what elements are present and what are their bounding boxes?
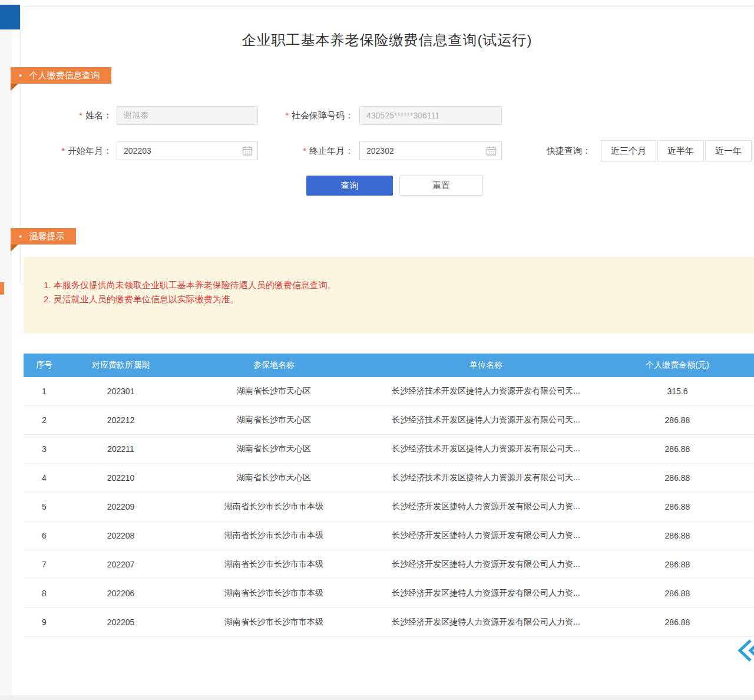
table-row: 5202209湖南省长沙市长沙市市本级长沙经济开发区捷特人力资源开发有限公司人力… — [24, 493, 754, 521]
end-month-value: 202302 — [366, 146, 486, 156]
name-field: 谢旭泰 — [117, 106, 258, 125]
notice-line: 1. 本服务仅提供尚未领取企业职工基本养老保险待遇人员的缴费信息查询。 — [44, 278, 742, 292]
table-cell: 湖南省长沙市长沙市市本级 — [177, 617, 371, 628]
table-header-cell: 参保地名称 — [177, 360, 371, 371]
quick-query-button[interactable]: 近三个月 — [601, 140, 656, 161]
table-cell: 9 — [24, 618, 65, 627]
table-cell: 湖南省长沙市长沙市市本级 — [177, 559, 371, 570]
table-cell: 202205 — [65, 618, 177, 627]
table-cell: 202210 — [65, 473, 177, 483]
quick-query-button[interactable]: 近半年 — [657, 140, 704, 161]
table-cell: 2 — [24, 415, 65, 425]
table-cell: 长沙经济开发区捷特人力资源开发有限公司人力资... — [371, 501, 601, 512]
section-badge-label: 个人缴费信息查询 — [29, 70, 100, 81]
table-row: 7202207湖南省长沙市长沙市市本级长沙经济开发区捷特人力资源开发有限公司人力… — [24, 550, 754, 579]
table-header-cell: 序号 — [24, 360, 65, 371]
table-row: 6202208湖南省长沙市长沙市市本级长沙经济开发区捷特人力资源开发有限公司人力… — [24, 521, 754, 550]
table-cell: 湖南省长沙市长沙市市本级 — [177, 588, 371, 599]
quick-query-button[interactable]: 近一年 — [705, 140, 752, 161]
table-cell: 202209 — [65, 502, 177, 511]
table-cell: 湖南省长沙市天心区 — [177, 386, 371, 397]
table-header-cell: 对应费款所属期 — [65, 360, 177, 371]
start-month-value: 202203 — [124, 146, 242, 156]
calendar-icon[interactable] — [486, 146, 497, 156]
double-left-chevron-icon[interactable] — [734, 638, 754, 663]
table-cell: 长沙经济技术开发区捷特人力资源开发有限公司天... — [371, 473, 601, 483]
required-mark: * — [79, 110, 82, 120]
bullet-icon: ● — [19, 67, 22, 84]
section-badge-label: 温馨提示 — [29, 231, 64, 242]
table-cell: 202301 — [65, 387, 177, 396]
results-table: 序号对应费款所属期参保地名称单位名称个人缴费金额(元) 1202301湖南省长沙… — [24, 354, 754, 637]
table-row: 4202210湖南省长沙市天心区长沙经济技术开发区捷特人力资源开发有限公司天..… — [24, 464, 754, 493]
table-cell: 4 — [24, 473, 65, 483]
table-cell: 长沙经济技术开发区捷特人力资源开发有限公司天... — [371, 415, 601, 425]
table-cell: 湖南省长沙市长沙市市本级 — [177, 530, 371, 541]
table-cell: 286.88 — [601, 589, 754, 598]
section-badge-personal-payment-query: ● 个人缴费信息查询 — [11, 67, 111, 84]
table-cell: 286.88 — [601, 473, 754, 483]
table-cell: 202211 — [65, 444, 177, 454]
name-label: *姓名： — [41, 110, 112, 121]
table-cell: 202208 — [65, 531, 177, 540]
ssn-field: 430525******306111 — [359, 106, 502, 125]
table-header-cell: 单位名称 — [371, 360, 601, 371]
quick-query-group: 近三个月近半年近一年 — [601, 140, 752, 161]
table-header-row: 序号对应费款所属期参保地名称单位名称个人缴费金额(元) — [24, 354, 754, 377]
page-bottom-strip — [0, 695, 754, 700]
table-cell: 长沙经济开发区捷特人力资源开发有限公司人力资... — [371, 588, 601, 599]
table-cell: 长沙经济技术开发区捷特人力资源开发有限公司天... — [371, 386, 601, 397]
table-cell: 286.88 — [601, 560, 754, 569]
table-row: 8202206湖南省长沙市长沙市市本级长沙经济开发区捷特人力资源开发有限公司人力… — [24, 579, 754, 608]
table-row: 2202212湖南省长沙市天心区长沙经济技术开发区捷特人力资源开发有限公司天..… — [24, 406, 754, 435]
table-cell: 3 — [24, 444, 65, 454]
table-row: 3202211湖南省长沙市天心区长沙经济技术开发区捷特人力资源开发有限公司天..… — [24, 435, 754, 464]
table-cell: 202212 — [65, 415, 177, 425]
name-value: 谢旭泰 — [124, 110, 253, 121]
table-cell: 湖南省长沙市天心区 — [177, 415, 371, 425]
table-cell: 315.6 — [601, 387, 754, 396]
table-cell: 286.88 — [601, 618, 754, 627]
ssn-value: 430525******306111 — [366, 111, 497, 120]
table-cell: 202207 — [65, 560, 177, 569]
required-mark: * — [61, 146, 65, 156]
table-cell: 湖南省长沙市天心区 — [177, 473, 371, 483]
required-mark: * — [303, 146, 306, 156]
table-cell: 湖南省长沙市天心区 — [177, 444, 371, 454]
start-month-label: *开始年月： — [41, 146, 112, 157]
left-edge-ribbon — [0, 282, 4, 295]
notice-line: 2. 灵活就业人员的缴费单位信息以实际缴费为准。 — [44, 292, 742, 306]
table-cell: 湖南省长沙市长沙市市本级 — [177, 501, 371, 512]
calendar-icon[interactable] — [242, 146, 253, 156]
table-cell: 5 — [24, 502, 65, 511]
table-cell: 286.88 — [601, 502, 754, 511]
table-cell: 长沙经济技术开发区捷特人力资源开发有限公司天... — [371, 444, 601, 454]
table-cell: 8 — [24, 589, 65, 598]
section-badge-tips: ● 温馨提示 — [11, 228, 76, 245]
ribbon-fold — [11, 84, 18, 91]
reset-button[interactable]: 重置 — [399, 176, 483, 196]
ribbon-fold — [11, 245, 18, 252]
sidebar-corner-block — [0, 5, 20, 29]
left-page-strip — [0, 0, 12, 700]
table-cell: 7 — [24, 560, 65, 569]
table-cell: 1 — [24, 387, 65, 396]
table-cell: 286.88 — [601, 415, 754, 425]
table-row: 1202301湖南省长沙市天心区长沙经济技术开发区捷特人力资源开发有限公司天..… — [24, 377, 754, 406]
table-cell: 6 — [24, 531, 65, 540]
required-mark: * — [285, 110, 289, 120]
notice-box: 1. 本服务仅提供尚未领取企业职工基本养老保险待遇人员的缴费信息查询。2. 灵活… — [24, 257, 754, 334]
ssn-label: *社会保障号码： — [268, 110, 353, 121]
table-row: 9202205湖南省长沙市长沙市市本级长沙经济开发区捷特人力资源开发有限公司人力… — [24, 608, 754, 637]
table-header-cell: 个人缴费金额(元) — [601, 360, 754, 371]
table-body: 1202301湖南省长沙市天心区长沙经济技术开发区捷特人力资源开发有限公司天..… — [24, 377, 754, 637]
page-title: 企业职工基本养老保险缴费信息查询(试运行) — [20, 31, 754, 49]
quick-query-label: 快捷查询： — [547, 146, 591, 157]
table-cell: 长沙经济开发区捷特人力资源开发有限公司人力资... — [371, 559, 601, 570]
table-cell: 286.88 — [601, 444, 754, 454]
end-month-field[interactable]: 202302 — [359, 141, 502, 160]
start-month-field[interactable]: 202203 — [117, 141, 258, 160]
query-button[interactable]: 查询 — [306, 176, 393, 196]
table-cell: 286.88 — [601, 531, 754, 540]
table-cell: 长沙经济开发区捷特人力资源开发有限公司人力资... — [371, 617, 601, 628]
